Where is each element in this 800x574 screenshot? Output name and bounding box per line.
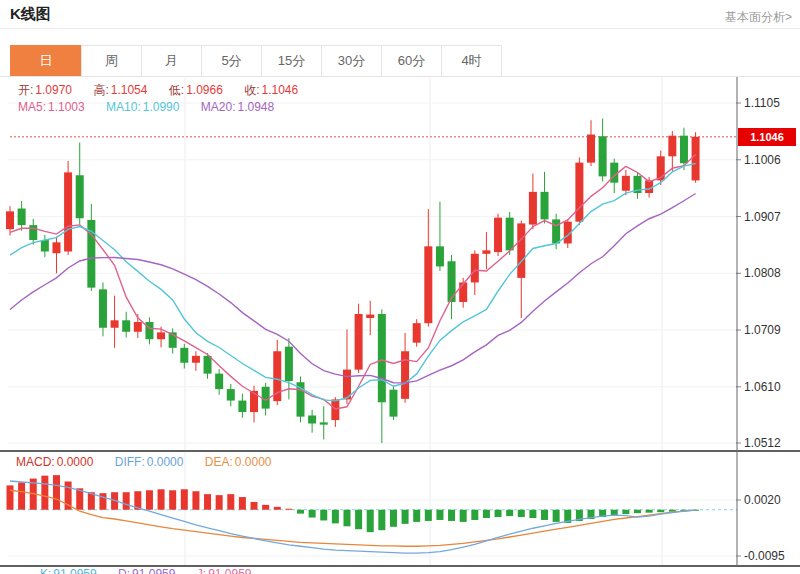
macd-bar <box>657 510 664 512</box>
candle <box>192 356 200 363</box>
candle <box>692 137 700 181</box>
macd-bar <box>251 502 258 510</box>
candle <box>436 246 444 266</box>
macd-legend: MACD:0.0000 DIFF:0.0000 DEA:0.0000 <box>16 455 273 469</box>
candle <box>52 242 60 253</box>
d-label: D: <box>118 567 130 574</box>
high-label: 高: <box>93 83 108 97</box>
candle <box>622 176 630 191</box>
candle <box>448 261 456 302</box>
ma10-value: 1.0990 <box>143 100 180 114</box>
macd-bar <box>320 510 327 521</box>
candle <box>180 348 188 363</box>
macd-bar <box>7 485 14 509</box>
macd-bar <box>204 494 211 510</box>
candle <box>18 208 26 225</box>
macd-tick-label: -0.0095 <box>744 549 785 563</box>
ma20-line <box>10 193 696 382</box>
ohlc-legend: 开:1.0970 高:1.1054 低:1.0966 收:1.1046 <box>18 82 300 99</box>
price-tick-label: 1.0808 <box>744 266 781 280</box>
candle <box>575 163 583 222</box>
macd-bar <box>158 489 165 509</box>
macd-bar <box>343 510 350 527</box>
macd-bar <box>541 510 548 520</box>
macd-tick-label: 0.0020 <box>744 493 781 507</box>
price-tick-label: 1.0709 <box>744 323 781 337</box>
price-tick-label: 1.1006 <box>744 153 781 167</box>
macd-bar <box>483 510 490 518</box>
candle <box>424 246 432 323</box>
ma5-value: 1.1003 <box>48 100 85 114</box>
macd-bar <box>518 510 525 517</box>
macd-bar <box>123 492 130 510</box>
candle <box>389 390 397 417</box>
candle <box>378 314 386 402</box>
k-label: K: <box>40 567 51 574</box>
macd-bar <box>611 510 618 515</box>
candle <box>494 218 502 252</box>
candle <box>599 136 607 176</box>
ma5-line <box>10 154 696 409</box>
candle <box>680 136 688 164</box>
macd-bar <box>622 510 629 514</box>
price-tick-label: 1.0512 <box>744 436 781 450</box>
macd-bar <box>99 493 106 510</box>
macd-bar <box>227 494 234 510</box>
candle <box>157 332 165 339</box>
macd-bar <box>18 482 25 509</box>
candle <box>76 175 84 218</box>
macd-label: MACD: <box>16 455 55 469</box>
macd-bar <box>471 510 478 520</box>
candle <box>111 320 119 327</box>
macd-bar <box>181 489 188 509</box>
j-value: 91.0959 <box>208 567 251 574</box>
candle <box>401 351 409 399</box>
macd-value: 0.0000 <box>57 455 94 469</box>
candle <box>29 225 37 240</box>
diff-value: 0.0000 <box>147 455 184 469</box>
d-value: 91.0959 <box>132 567 175 574</box>
macd-bar <box>529 510 536 518</box>
macd-bar <box>646 510 653 513</box>
macd-bar <box>262 505 269 510</box>
k-value: 91.0959 <box>53 567 96 574</box>
macd-bar <box>495 510 502 517</box>
candle <box>6 211 14 229</box>
candle <box>215 374 223 389</box>
macd-bar <box>53 475 60 510</box>
candle <box>552 219 560 243</box>
macd-bar <box>332 510 339 524</box>
candle <box>204 356 212 374</box>
low-value: 1.0966 <box>186 83 223 97</box>
macd-bar <box>297 510 304 514</box>
candle <box>122 320 130 331</box>
candle <box>459 282 467 301</box>
macd-bar <box>460 510 467 522</box>
ma-legend: MA5:1.1003 MA10:1.0990 MA20:1.0948 <box>18 100 276 114</box>
macd-bar <box>390 510 397 527</box>
candle <box>482 250 490 253</box>
ma20-value: 1.0948 <box>237 100 274 114</box>
macd-bar <box>425 510 432 521</box>
macd-bar <box>41 476 48 510</box>
macd-bar <box>216 495 223 510</box>
open-label: 开: <box>18 83 33 97</box>
macd-bar <box>634 510 641 513</box>
candle <box>145 322 153 339</box>
diff-line <box>10 481 696 553</box>
candle <box>471 254 479 283</box>
candle <box>64 172 72 251</box>
macd-bar <box>413 510 420 522</box>
macd-bar <box>506 510 513 516</box>
candle <box>320 422 328 424</box>
candle <box>99 289 107 327</box>
candle <box>41 240 49 251</box>
macd-bar <box>448 510 455 521</box>
macd-bar <box>146 490 153 509</box>
candle <box>517 223 525 277</box>
diff-label: DIFF: <box>115 455 145 469</box>
macd-bar <box>367 510 374 532</box>
candle <box>413 323 421 342</box>
macd-bar <box>553 510 560 522</box>
close-label: 收: <box>244 83 259 97</box>
